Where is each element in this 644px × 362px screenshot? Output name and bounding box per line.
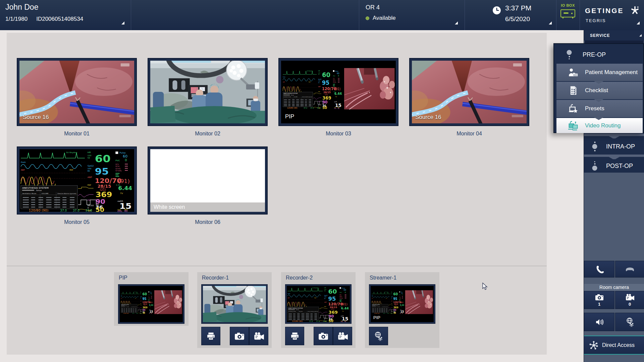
monitor-tile-05[interactable]: SV Rhythm Pleth ABP PAP ANESTHESIA SYSTE… bbox=[17, 146, 137, 215]
recorder-1-thumbnail[interactable] bbox=[201, 284, 268, 324]
svg-text:50: 50 bbox=[96, 206, 104, 212]
clock-dropdown-triangle-icon[interactable] bbox=[549, 21, 552, 24]
monitor-05-label: Monitor 05 bbox=[17, 219, 137, 225]
svg-text:PIP: PIP bbox=[88, 199, 91, 201]
recorder-1-video-button[interactable] bbox=[249, 327, 268, 345]
svg-text:ST-V1: ST-V1 bbox=[115, 168, 120, 170]
brand-dropdown-triangle-icon[interactable] bbox=[637, 21, 640, 24]
room-status: Available bbox=[366, 15, 396, 21]
recorder-2-photo-button[interactable] bbox=[314, 327, 333, 345]
recorder-1-print-button[interactable] bbox=[201, 327, 220, 345]
svg-text:50: 50 bbox=[318, 74, 320, 75]
svg-text:(91): (91) bbox=[334, 87, 340, 91]
room-dropdown-triangle-icon[interactable] bbox=[455, 21, 458, 24]
chevron-separator bbox=[584, 155, 644, 159]
svg-text:120: 120 bbox=[88, 155, 92, 157]
submenu-item-video-routing[interactable]: Video Routing bbox=[556, 118, 643, 133]
phone-answer-button[interactable] bbox=[584, 261, 614, 278]
sidebar-item-intra-op[interactable]: INTRA-OP bbox=[584, 138, 644, 155]
streamer-1-stream-button[interactable] bbox=[369, 327, 388, 345]
conference-globe-icon bbox=[625, 317, 635, 327]
conference-button[interactable] bbox=[615, 313, 644, 331]
video-count: 0 bbox=[629, 302, 631, 307]
svg-text:ST-II: ST-II bbox=[115, 166, 119, 168]
svg-text:0: 0 bbox=[125, 158, 127, 162]
svg-text:Ventilation Mode:: Ventilation Mode: bbox=[22, 193, 37, 194]
audio-button[interactable] bbox=[584, 313, 614, 331]
direct-access-button[interactable]: Direct Access bbox=[584, 336, 644, 355]
intraop-stage-icon bbox=[592, 142, 597, 152]
svg-text:ABP: ABP bbox=[140, 301, 142, 302]
video-camera-icon bbox=[625, 294, 635, 301]
svg-text:37.0: 37.0 bbox=[311, 107, 314, 109]
svg-text:Pulse: Pulse bbox=[400, 292, 402, 293]
recorder-2-video-button[interactable] bbox=[333, 327, 352, 345]
svg-text:120/80 (90): 120/80 (90) bbox=[374, 313, 380, 314]
svg-text:40: 40 bbox=[402, 313, 403, 314]
svg-text:Pleth: Pleth bbox=[21, 161, 26, 163]
svg-text:ABP: ABP bbox=[21, 169, 25, 171]
recorder-1-photo-button[interactable] bbox=[230, 327, 249, 345]
recorder-1-video bbox=[203, 286, 266, 322]
monitor-tile-03[interactable]: SV Rhythm Pleth ABP PAP ANESTHESIA SYSTE… bbox=[278, 58, 398, 126]
vitals-monitor-image: SV Rhythm Pleth ABP PAP ANESTHESIA SYSTE… bbox=[282, 69, 343, 109]
svg-text:120: 120 bbox=[318, 72, 320, 74]
svg-text:(91): (91) bbox=[400, 301, 404, 303]
svg-text:ANESTHESIA SYSTEM: ANESTHESIA SYSTEM bbox=[284, 93, 298, 94]
svg-text:Sirius: Sirius bbox=[291, 95, 294, 96]
printer-icon bbox=[206, 332, 216, 341]
monitor-04-label: Monitor 04 bbox=[409, 131, 529, 137]
svg-text:86: 86 bbox=[324, 298, 325, 299]
svg-text:120: 120 bbox=[324, 289, 326, 290]
stream-globe-icon bbox=[374, 331, 384, 341]
pip-overlay-label: PIP bbox=[285, 113, 294, 120]
room-video-button[interactable]: 0 bbox=[615, 291, 644, 309]
monitor-tile-02[interactable] bbox=[148, 58, 268, 126]
device-card-recorder-2: Recorder-2 SV Rhythm Pleth ABP PAP ANEST… bbox=[281, 272, 356, 348]
submenu-item-presets[interactable]: Presets bbox=[556, 100, 643, 117]
patient-dropdown-triangle-icon[interactable] bbox=[121, 21, 124, 24]
svg-text:6.44: 6.44 bbox=[400, 304, 404, 306]
monitor-06-label: Monitor 06 bbox=[148, 219, 268, 225]
svg-text:PIP: PIP bbox=[324, 315, 326, 316]
room-photo-button[interactable]: 1 bbox=[584, 291, 614, 309]
recorder-2-thumbnail[interactable]: SV Rhythm Pleth ABP PAP ANESTHESIA SYSTE… bbox=[285, 284, 352, 324]
phone-hangup-button[interactable] bbox=[615, 261, 644, 278]
svg-text:95: 95 bbox=[142, 297, 146, 301]
divider bbox=[465, 0, 465, 30]
service-menu-header[interactable]: SERVICE bbox=[584, 30, 644, 41]
sidebar-item-pre-op[interactable]: PRE-OP bbox=[554, 46, 643, 63]
submenu-item-checklist[interactable]: Checklist bbox=[556, 82, 643, 99]
device-title: Recorder-2 bbox=[286, 275, 313, 281]
or-room-video-image bbox=[203, 286, 266, 322]
svg-text:Pleth: Pleth bbox=[287, 293, 290, 294]
svg-text:60: 60 bbox=[142, 292, 147, 296]
svg-text:40: 40 bbox=[338, 108, 340, 109]
checklist-label: Checklist bbox=[585, 87, 608, 94]
pip-device-thumbnail[interactable]: SV Rhythm Pleth ABP PAP ANESTHESIA SYSTE… bbox=[118, 284, 184, 324]
svg-text:ABP: ABP bbox=[324, 302, 327, 303]
submenu-item-patient-management[interactable]: Patient Management bbox=[556, 64, 643, 81]
clock-date: 6/5/2020 bbox=[505, 15, 530, 23]
svg-text:95: 95 bbox=[95, 166, 109, 177]
svg-text:PAP: PAP bbox=[318, 91, 320, 93]
svg-text:HR: HR bbox=[318, 70, 320, 72]
recorder-2-print-button[interactable] bbox=[285, 327, 304, 345]
svg-text:HR: HR bbox=[324, 287, 326, 289]
vitals-monitor-image: SV Rhythm Pleth ABP PAP ANESTHESIA SYSTE… bbox=[287, 286, 350, 322]
svg-text:37.0: 37.0 bbox=[390, 313, 392, 314]
monitor-tile-04[interactable]: Source 16 bbox=[409, 58, 529, 126]
monitor-tile-01[interactable]: Source 16 bbox=[17, 58, 137, 126]
monitor-tile-06[interactable]: White screen bbox=[148, 146, 268, 215]
streamer-1-thumbnail[interactable]: SV Rhythm Pleth ABP PAP ANESTHESIA SYSTE… bbox=[369, 284, 435, 324]
svg-text:6.44: 6.44 bbox=[341, 307, 349, 310]
svg-text:86: 86 bbox=[318, 82, 320, 83]
sidebar-item-post-op[interactable]: POST-OP bbox=[584, 159, 644, 173]
video-routing-label: Video Routing bbox=[585, 122, 621, 129]
svg-text:PVC: PVC bbox=[333, 75, 335, 77]
phone-answer-icon bbox=[595, 265, 604, 274]
svg-text:86: 86 bbox=[88, 170, 90, 172]
service-triangle-icon bbox=[639, 34, 642, 37]
svg-text:37.0: 37.0 bbox=[383, 313, 385, 314]
svg-text:VOLUME: VOLUME bbox=[299, 311, 303, 312]
